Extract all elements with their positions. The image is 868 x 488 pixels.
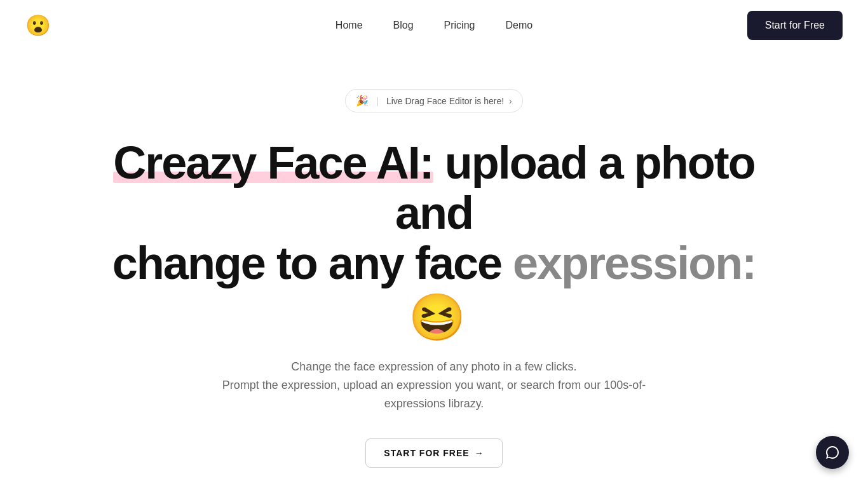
announcement-divider: | (376, 96, 379, 106)
announcement-text: Live Drag Face Editor is here! (386, 96, 504, 106)
hero-heading-emoji: 😆 (409, 292, 465, 342)
nav-link-pricing[interactable]: Pricing (444, 20, 475, 31)
nav-link-demo[interactable]: Demo (505, 20, 532, 31)
hero-heading-line1: Creazy Face AI: upload a photo and (85, 138, 783, 238)
hero-heading-highlighted: Creazy Face AI: (113, 138, 433, 188)
hero-section: 🎉 | Live Drag Face Editor is here! › Cre… (0, 51, 868, 488)
announcement-pill[interactable]: 🎉 | Live Drag Face Editor is here! › (345, 89, 523, 112)
nav-link-home[interactable]: Home (336, 20, 363, 31)
announcement-arrow: › (509, 96, 512, 106)
hero-heading-line2: change to any face expression: 😆 (85, 238, 783, 342)
hero-heading: Creazy Face AI: upload a photo and chang… (85, 138, 783, 342)
chat-icon (825, 445, 840, 460)
hero-cta-button[interactable]: START FOR FREE → (365, 438, 502, 468)
hero-subtext-line1: Change the face expression of any photo … (291, 360, 576, 373)
nav-links: Home Blog Pricing Demo (336, 20, 532, 31)
hero-subtext-line2: Prompt the expression, upload an express… (222, 379, 646, 410)
logo-emoji: 😮 (25, 15, 51, 36)
hero-subtext: Change the face expression of any photo … (212, 358, 656, 412)
hero-heading-change-text: change to any face (112, 238, 513, 288)
logo[interactable]: 😮 (25, 15, 51, 36)
hero-heading-upload-text: upload a photo and (395, 137, 755, 238)
announcement-icon: 🎉 (356, 95, 369, 107)
nav-cta-button[interactable]: Start for Free (747, 11, 843, 40)
nav-link-blog[interactable]: Blog (393, 20, 414, 31)
navbar: 😮 Home Blog Pricing Demo Start for Free (0, 0, 868, 51)
hero-cta-label: START FOR FREE (384, 448, 469, 458)
hero-heading-expression-text: expression: (513, 238, 756, 288)
hero-cta-arrow: → (475, 448, 484, 458)
chat-support-button[interactable] (816, 436, 849, 469)
